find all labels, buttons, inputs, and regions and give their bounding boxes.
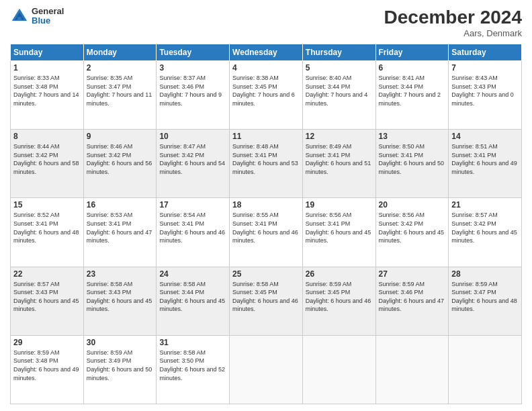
day-info: Sunrise: 8:33 AMSunset: 3:48 PMDaylight:… bbox=[13, 74, 81, 107]
day-info: Sunrise: 8:41 AMSunset: 3:44 PMDaylight:… bbox=[379, 74, 446, 107]
day-info: Sunrise: 8:38 AMSunset: 3:45 PMDaylight:… bbox=[232, 74, 300, 107]
calendar-cell: 26Sunrise: 8:59 AMSunset: 3:45 PMDayligh… bbox=[302, 267, 375, 335]
calendar-cell: 31Sunrise: 8:58 AMSunset: 3:50 PMDayligh… bbox=[157, 335, 230, 404]
calendar-cell: 23Sunrise: 8:58 AMSunset: 3:43 PMDayligh… bbox=[83, 267, 157, 335]
day-number: 3 bbox=[159, 63, 226, 73]
day-number: 1 bbox=[13, 63, 81, 73]
calendar-cell: 9Sunrise: 8:46 AMSunset: 3:42 PMDaylight… bbox=[83, 130, 157, 198]
day-number: 22 bbox=[13, 269, 81, 279]
calendar-cell: 5Sunrise: 8:40 AMSunset: 3:44 PMDaylight… bbox=[302, 61, 375, 130]
day-number: 18 bbox=[232, 200, 300, 210]
day-info: Sunrise: 8:59 AMSunset: 3:46 PMDaylight:… bbox=[379, 280, 446, 314]
day-info: Sunrise: 8:46 AMSunset: 3:42 PMDaylight:… bbox=[87, 142, 154, 176]
calendar-cell: 2Sunrise: 8:35 AMSunset: 3:47 PMDaylight… bbox=[83, 61, 157, 130]
header: General Blue December 2024 Aars, Denmark bbox=[10, 7, 522, 38]
day-info: Sunrise: 8:49 AMSunset: 3:41 PMDaylight:… bbox=[306, 142, 373, 176]
day-number: 9 bbox=[87, 132, 154, 141]
calendar-cell: 8Sunrise: 8:44 AMSunset: 3:42 PMDaylight… bbox=[11, 130, 84, 198]
day-number: 29 bbox=[13, 338, 81, 347]
day-number: 15 bbox=[13, 200, 81, 210]
logo-blue: Blue bbox=[32, 16, 64, 26]
day-info: Sunrise: 8:51 AMSunset: 3:41 PMDaylight:… bbox=[451, 142, 519, 176]
day-info: Sunrise: 8:47 AMSunset: 3:42 PMDaylight:… bbox=[159, 142, 226, 176]
calendar: SundayMondayTuesdayWednesdayThursdayFrid… bbox=[10, 44, 522, 404]
calendar-cell: 27Sunrise: 8:59 AMSunset: 3:46 PMDayligh… bbox=[375, 267, 449, 335]
weekday-header: Thursday bbox=[302, 44, 375, 61]
day-number: 12 bbox=[306, 132, 373, 141]
weekday-header: Monday bbox=[83, 44, 157, 61]
day-info: Sunrise: 8:58 AMSunset: 3:50 PMDaylight:… bbox=[159, 349, 226, 382]
calendar-week-row: 15Sunrise: 8:52 AMSunset: 3:41 PMDayligh… bbox=[11, 198, 522, 267]
day-number: 10 bbox=[159, 132, 226, 141]
weekday-header: Sunday bbox=[11, 44, 84, 61]
day-info: Sunrise: 8:50 AMSunset: 3:41 PMDaylight:… bbox=[379, 142, 446, 176]
calendar-cell: 28Sunrise: 8:59 AMSunset: 3:47 PMDayligh… bbox=[449, 267, 522, 335]
calendar-week-row: 8Sunrise: 8:44 AMSunset: 3:42 PMDaylight… bbox=[11, 130, 522, 198]
day-info: Sunrise: 8:54 AMSunset: 3:41 PMDaylight:… bbox=[159, 211, 226, 244]
day-number: 14 bbox=[451, 132, 519, 141]
day-info: Sunrise: 8:48 AMSunset: 3:41 PMDaylight:… bbox=[232, 142, 300, 176]
day-number: 27 bbox=[379, 269, 446, 279]
day-number: 11 bbox=[232, 132, 300, 141]
calendar-cell: 11Sunrise: 8:48 AMSunset: 3:41 PMDayligh… bbox=[230, 130, 303, 198]
day-info: Sunrise: 8:53 AMSunset: 3:41 PMDaylight:… bbox=[87, 211, 154, 244]
day-info: Sunrise: 8:52 AMSunset: 3:41 PMDaylight:… bbox=[13, 211, 81, 244]
calendar-cell: 19Sunrise: 8:56 AMSunset: 3:41 PMDayligh… bbox=[302, 198, 375, 267]
calendar-cell: 14Sunrise: 8:51 AMSunset: 3:41 PMDayligh… bbox=[449, 130, 522, 198]
day-number: 5 bbox=[306, 63, 373, 73]
calendar-cell: 24Sunrise: 8:58 AMSunset: 3:44 PMDayligh… bbox=[157, 267, 230, 335]
day-info: Sunrise: 8:58 AMSunset: 3:45 PMDaylight:… bbox=[232, 280, 300, 314]
day-number: 31 bbox=[159, 338, 226, 347]
calendar-cell bbox=[449, 335, 522, 404]
day-number: 25 bbox=[232, 269, 300, 279]
logo: General Blue bbox=[10, 7, 64, 26]
day-info: Sunrise: 8:59 AMSunset: 3:49 PMDaylight:… bbox=[87, 349, 154, 382]
day-info: Sunrise: 8:40 AMSunset: 3:44 PMDaylight:… bbox=[306, 74, 373, 107]
svg-rect-2 bbox=[17, 17, 21, 21]
title-area: December 2024 Aars, Denmark bbox=[384, 7, 522, 38]
calendar-week-row: 1Sunrise: 8:33 AMSunset: 3:48 PMDaylight… bbox=[11, 61, 522, 130]
calendar-cell: 10Sunrise: 8:47 AMSunset: 3:42 PMDayligh… bbox=[157, 130, 230, 198]
day-info: Sunrise: 8:56 AMSunset: 3:42 PMDaylight:… bbox=[379, 211, 446, 244]
calendar-cell: 18Sunrise: 8:55 AMSunset: 3:41 PMDayligh… bbox=[230, 198, 303, 267]
month-title: December 2024 bbox=[384, 7, 522, 28]
weekday-header: Saturday bbox=[449, 44, 522, 61]
weekday-header: Wednesday bbox=[230, 44, 303, 61]
day-info: Sunrise: 8:37 AMSunset: 3:46 PMDaylight:… bbox=[159, 74, 226, 107]
calendar-cell: 21Sunrise: 8:57 AMSunset: 3:42 PMDayligh… bbox=[449, 198, 522, 267]
day-number: 13 bbox=[379, 132, 446, 141]
day-info: Sunrise: 8:55 AMSunset: 3:41 PMDaylight:… bbox=[232, 211, 300, 244]
day-number: 30 bbox=[87, 338, 154, 347]
calendar-cell: 6Sunrise: 8:41 AMSunset: 3:44 PMDaylight… bbox=[375, 61, 449, 130]
weekday-header: Tuesday bbox=[157, 44, 230, 61]
day-info: Sunrise: 8:35 AMSunset: 3:47 PMDaylight:… bbox=[87, 74, 154, 107]
day-number: 19 bbox=[306, 200, 373, 210]
day-number: 28 bbox=[451, 269, 519, 279]
calendar-cell bbox=[302, 335, 375, 404]
logo-general: General bbox=[32, 7, 64, 16]
day-number: 7 bbox=[451, 63, 519, 73]
day-info: Sunrise: 8:43 AMSunset: 3:43 PMDaylight:… bbox=[451, 74, 519, 107]
day-number: 8 bbox=[13, 132, 81, 141]
calendar-cell: 7Sunrise: 8:43 AMSunset: 3:43 PMDaylight… bbox=[449, 61, 522, 130]
calendar-cell: 13Sunrise: 8:50 AMSunset: 3:41 PMDayligh… bbox=[375, 130, 449, 198]
day-info: Sunrise: 8:59 AMSunset: 3:48 PMDaylight:… bbox=[13, 349, 81, 382]
calendar-cell: 25Sunrise: 8:58 AMSunset: 3:45 PMDayligh… bbox=[230, 267, 303, 335]
calendar-cell: 17Sunrise: 8:54 AMSunset: 3:41 PMDayligh… bbox=[157, 198, 230, 267]
calendar-cell: 16Sunrise: 8:53 AMSunset: 3:41 PMDayligh… bbox=[83, 198, 157, 267]
day-number: 4 bbox=[232, 63, 300, 73]
weekday-header-row: SundayMondayTuesdayWednesdayThursdayFrid… bbox=[11, 44, 522, 61]
day-number: 6 bbox=[379, 63, 446, 73]
day-number: 21 bbox=[451, 200, 519, 210]
logo-text: General Blue bbox=[32, 7, 64, 26]
calendar-cell: 1Sunrise: 8:33 AMSunset: 3:48 PMDaylight… bbox=[11, 61, 84, 130]
day-number: 23 bbox=[87, 269, 154, 279]
calendar-cell: 12Sunrise: 8:49 AMSunset: 3:41 PMDayligh… bbox=[302, 130, 375, 198]
calendar-cell: 22Sunrise: 8:57 AMSunset: 3:43 PMDayligh… bbox=[11, 267, 84, 335]
day-info: Sunrise: 8:59 AMSunset: 3:45 PMDaylight:… bbox=[306, 280, 373, 314]
day-info: Sunrise: 8:58 AMSunset: 3:44 PMDaylight:… bbox=[159, 280, 226, 314]
day-info: Sunrise: 8:57 AMSunset: 3:43 PMDaylight:… bbox=[13, 280, 81, 314]
calendar-cell bbox=[230, 335, 303, 404]
day-info: Sunrise: 8:56 AMSunset: 3:41 PMDaylight:… bbox=[306, 211, 373, 244]
weekday-header: Friday bbox=[375, 44, 449, 61]
